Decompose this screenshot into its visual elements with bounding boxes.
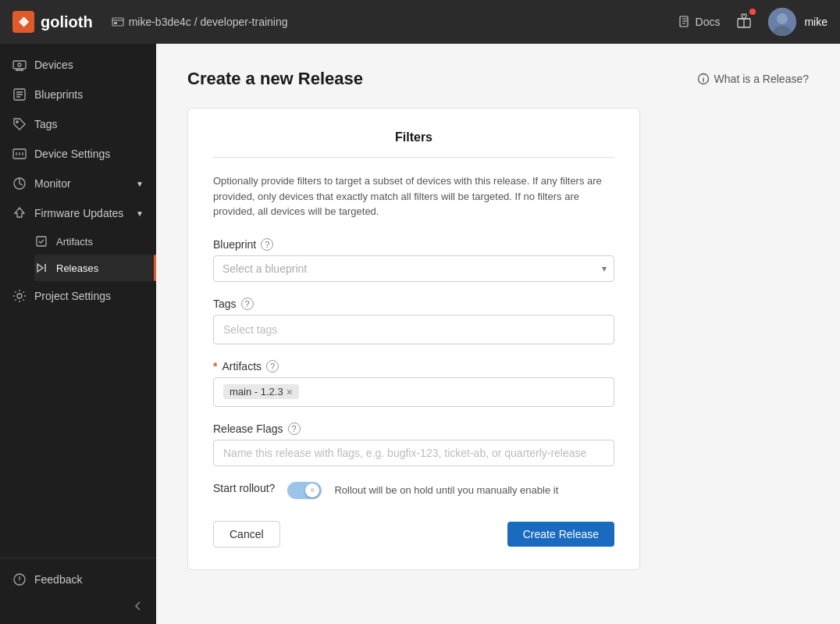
svg-rect-1 (112, 18, 123, 26)
sidebar-item-firmware-updates[interactable]: Firmware Updates ▼ (0, 198, 156, 228)
tags-icon (12, 117, 27, 131)
tags-help-icon[interactable]: ? (241, 298, 254, 310)
sidebar-item-monitor[interactable]: Monitor ▼ (0, 169, 156, 198)
devices-icon (12, 58, 27, 72)
artifact-tag: main - 1.2.3 × (223, 384, 299, 399)
firmware-chevron-icon: ▼ (136, 209, 144, 218)
what-is-release-link[interactable]: What is a Release? (697, 73, 809, 85)
sidebar-item-project-settings[interactable]: Project Settings (0, 281, 156, 311)
gift-badge (749, 9, 756, 15)
artifacts-group: Artifacts ? main - 1.2.3 × (213, 360, 614, 407)
top-navigation: golioth mike-b3de4c / developer-training… (0, 0, 840, 44)
svg-point-15 (17, 294, 22, 298)
logo-text: golioth (41, 13, 93, 31)
artifacts-input[interactable]: main - 1.2.3 × (213, 377, 614, 407)
blueprints-icon (12, 87, 27, 102)
toggle-thumb: II (305, 483, 319, 497)
svg-rect-2 (114, 22, 117, 24)
release-flags-label: Release Flags ? (213, 423, 614, 435)
avatar-image (768, 8, 796, 36)
project-path-text: mike-b3de4c / developer-training (129, 16, 288, 28)
artifact-tag-remove-button[interactable]: × (287, 387, 293, 398)
form-card: Filters Optionally provide filters to ta… (187, 108, 640, 570)
sidebar: Devices Blueprints Tags (0, 44, 156, 624)
username-label: mike (804, 16, 828, 28)
avatar (768, 8, 796, 36)
sidebar-item-device-settings[interactable]: Device Settings (0, 139, 156, 169)
sidebar-item-releases[interactable]: Releases (34, 255, 156, 281)
tags-group: Tags ? Select tags (213, 298, 614, 344)
sidebar-label-releases: Releases (56, 262, 98, 274)
sidebar-label-tags: Tags (34, 118, 58, 130)
gift-button[interactable] (735, 12, 753, 32)
page-title: Create a new Release (187, 69, 363, 89)
release-flags-group: Release Flags ? (213, 423, 614, 466)
page-header: Create a new Release What is a Release? (187, 69, 809, 89)
release-flags-input[interactable] (213, 440, 614, 466)
filter-description: Optionally provide filters to target a s… (213, 173, 614, 219)
tags-placeholder: Select tags (223, 323, 277, 336)
firmware-icon (12, 206, 27, 220)
artifacts-icon (34, 234, 48, 248)
sidebar-label-monitor: Monitor (34, 177, 71, 190)
cancel-button[interactable]: Cancel (213, 521, 280, 547)
collapse-icon (133, 601, 144, 612)
sidebar-label-project-settings: Project Settings (34, 290, 111, 302)
blueprint-label-text: Blueprint (213, 238, 256, 251)
start-rollout-label: Start rollout? (213, 482, 275, 494)
artifact-tag-text: main - 1.2.3 (230, 386, 283, 398)
sidebar-label-artifacts: Artifacts (56, 236, 93, 248)
artifacts-label: Artifacts ? (213, 360, 614, 373)
firmware-submenu: Artifacts Releases (0, 228, 156, 281)
svg-point-9 (18, 63, 21, 66)
feedback-icon (12, 572, 27, 587)
form-actions: Cancel Create Release (213, 521, 614, 547)
sidebar-item-artifacts[interactable]: Artifacts (34, 228, 156, 255)
project-path: mike-b3de4c / developer-training (112, 16, 660, 28)
feedback-label: Feedback (34, 573, 82, 586)
start-rollout-toggle[interactable]: II (287, 482, 322, 499)
nav-right: Docs mike (678, 8, 828, 36)
device-settings-icon (12, 147, 27, 161)
sidebar-item-devices[interactable]: Devices (0, 50, 156, 80)
main-content: Create a new Release What is a Release? … (156, 44, 840, 624)
logo-icon (12, 11, 34, 33)
blueprint-label: Blueprint ? (213, 238, 614, 251)
user-menu[interactable]: mike (768, 8, 828, 36)
monitor-chevron-icon: ▼ (136, 180, 144, 188)
main-layout: Devices Blueprints Tags (0, 44, 840, 624)
sidebar-collapse-button[interactable] (0, 594, 156, 618)
blueprint-group: Blueprint ? ▾ Select a blueprint (213, 238, 614, 282)
tags-label: Tags ? (213, 298, 614, 310)
svg-rect-8 (13, 61, 26, 69)
sidebar-item-tags[interactable]: Tags (0, 109, 156, 139)
tags-input[interactable]: Select tags (213, 315, 614, 344)
project-icon (112, 16, 124, 28)
artifacts-help-icon[interactable]: ? (266, 360, 279, 373)
docs-link[interactable]: Docs (678, 16, 721, 28)
logo[interactable]: golioth (12, 11, 93, 33)
blueprint-help-icon[interactable]: ? (261, 238, 273, 251)
svg-rect-14 (37, 237, 46, 246)
sidebar-label-device-settings: Device Settings (34, 148, 110, 160)
blueprint-select[interactable] (213, 255, 614, 282)
tags-label-text: Tags (213, 298, 237, 310)
start-rollout-row: Start rollout? II Rollout will be on hol… (213, 482, 614, 499)
svg-point-11 (16, 121, 18, 123)
feedback-button[interactable]: Feedback (0, 565, 156, 594)
rollout-note: Rollout will be on hold until you manual… (334, 484, 558, 496)
filters-section-title: Filters (213, 130, 614, 144)
docs-label: Docs (696, 16, 721, 28)
start-rollout-label-text: Start rollout? (213, 482, 275, 494)
blueprint-select-wrapper: ▾ Select a blueprint (213, 255, 614, 282)
sidebar-footer: Feedback (0, 558, 156, 618)
sidebar-label-devices: Devices (34, 59, 73, 71)
create-release-button[interactable]: Create Release (507, 522, 614, 547)
sidebar-item-blueprints[interactable]: Blueprints (0, 80, 156, 109)
artifacts-label-text: Artifacts (222, 360, 262, 373)
monitor-icon (12, 177, 27, 191)
book-icon (678, 16, 691, 28)
section-divider (213, 157, 614, 158)
release-flags-help-icon[interactable]: ? (288, 423, 301, 435)
what-is-label: What is a Release? (714, 73, 809, 85)
